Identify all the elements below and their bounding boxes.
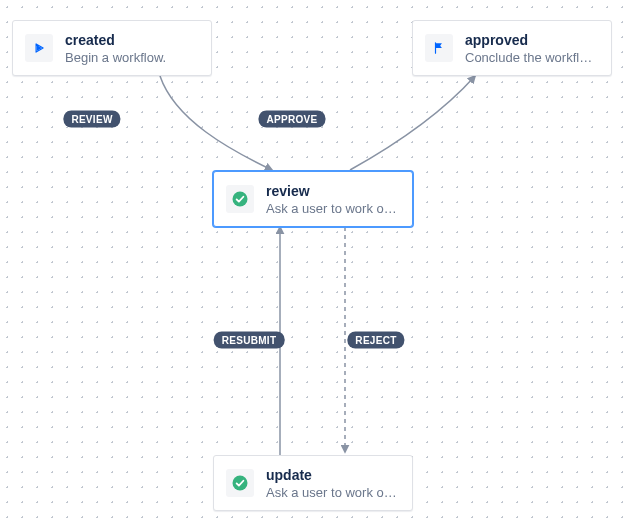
node-review[interactable]: review Ask a user to work o… (213, 171, 413, 227)
node-title: approved (465, 31, 599, 49)
flag-icon (425, 34, 453, 62)
edges-layer (0, 0, 634, 521)
edge-label-resubmit[interactable]: RESUBMIT (214, 332, 285, 349)
workflow-canvas[interactable]: REVIEW APPROVE RESUBMIT REJECT created B… (0, 0, 634, 521)
node-desc: Ask a user to work o… (266, 200, 400, 217)
check-circle-icon (226, 185, 254, 213)
edge-created-to-review (160, 76, 272, 170)
node-desc: Ask a user to work o… (266, 484, 400, 501)
check-circle-icon (226, 469, 254, 497)
svg-point-1 (233, 476, 248, 491)
play-icon (25, 34, 53, 62)
node-desc: Conclude the workfl… (465, 49, 599, 66)
edge-review-to-approved (350, 76, 475, 170)
node-title: created (65, 31, 199, 49)
node-title: update (266, 466, 400, 484)
edge-label-reject[interactable]: REJECT (347, 332, 404, 349)
node-update[interactable]: update Ask a user to work o… (213, 455, 413, 511)
node-title: review (266, 182, 400, 200)
svg-point-0 (233, 192, 248, 207)
node-desc: Begin a workflow. (65, 49, 199, 66)
node-created[interactable]: created Begin a workflow. (12, 20, 212, 76)
edge-label-review[interactable]: REVIEW (63, 111, 120, 128)
edge-label-approve[interactable]: APPROVE (258, 111, 325, 128)
node-approved[interactable]: approved Conclude the workfl… (412, 20, 612, 76)
